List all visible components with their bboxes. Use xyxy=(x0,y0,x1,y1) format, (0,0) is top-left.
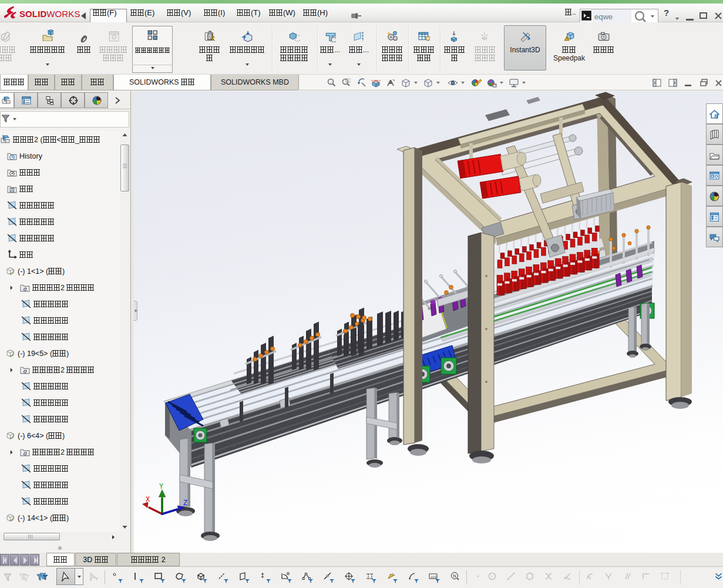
svg-text:Z: Z xyxy=(183,499,187,508)
svg-text:X: X xyxy=(146,496,150,504)
svg-text:103: 103 xyxy=(431,575,437,579)
svg-text:SOLIDWORKS: SOLIDWORKS xyxy=(19,9,80,19)
svg-text:Y: Y xyxy=(159,483,163,491)
svg-text:N: N xyxy=(453,574,456,578)
svg-text:A: A xyxy=(11,188,14,192)
svg-text:!: ! xyxy=(566,36,567,41)
